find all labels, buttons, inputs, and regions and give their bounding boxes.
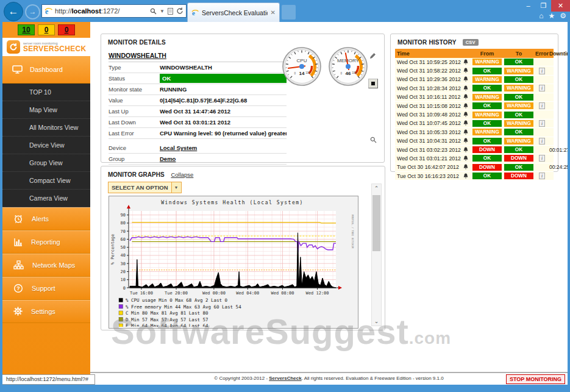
copyright-text: © Copyright 2003-2012 - ServersCheck. Al…: [90, 376, 568, 381]
sidebar-item-settings[interactable]: Settings: [2, 300, 90, 323]
favorites-star-icon[interactable]: ★: [548, 12, 555, 20]
tab-close-icon[interactable]: ✕: [271, 9, 276, 16]
cpu-gauge: 0100CPU14: [282, 46, 322, 87]
detail-value: CPU Warning level: 90 (returned value) g…: [160, 130, 287, 137]
detail-row: DeviceLocal System: [109, 143, 287, 154]
history-column-header: Time: [395, 51, 471, 57]
minimize-button[interactable]: –: [521, 0, 536, 12]
error-info-icon[interactable]: i: [539, 102, 545, 109]
forward-button[interactable]: →: [25, 4, 40, 20]
sidebar-item-all-monitors-view[interactable]: All Monitors View: [2, 119, 90, 137]
brand-logo[interactable]: server room monitoring SERVERSCHECK: [2, 38, 90, 56]
refresh-icon[interactable]: [176, 7, 183, 15]
error-info-icon[interactable]: i: [539, 68, 545, 74]
detail-value: RUNNING: [160, 86, 287, 93]
home-icon[interactable]: ⌂: [539, 12, 543, 20]
panel-title: MONITOR HISTORYCSV: [397, 39, 558, 46]
status-counter[interactable]: 10: [18, 24, 35, 35]
status-badge: DOWN: [504, 155, 533, 162]
detail-row: GroupDemo: [109, 154, 287, 165]
svg-text:20: 20: [121, 269, 126, 274]
sidebar-item-top-10[interactable]: TOP 10: [2, 84, 90, 101]
status-badge: OK: [472, 120, 502, 127]
sidebar-item-map-view[interactable]: Map View: [2, 101, 90, 119]
scroll-down-icon[interactable]: ⌄: [372, 317, 381, 326]
close-button[interactable]: ✕: [551, 0, 570, 12]
monitor-name-link[interactable]: WINDOWSHEALTH: [109, 50, 287, 62]
history-row: Wed Oct 31 10:58:22 2012OKWARNINGi: [395, 66, 554, 75]
compatibility-view-icon[interactable]: [168, 8, 173, 15]
magnifier-icon[interactable]: [370, 137, 377, 143]
history-row: Wed Oct 31 10:28:34 2012OKWARNINGi: [395, 84, 554, 93]
sidebar-item-device-view[interactable]: Device View: [2, 137, 90, 154]
detail-value[interactable]: Local System: [160, 144, 287, 151]
detail-value: Wed Oct 31 03:01:21 2012: [160, 119, 287, 126]
monitor-icon: [12, 65, 23, 74]
status-badge: OK: [504, 76, 533, 83]
new-tab-button[interactable]: [282, 5, 296, 20]
history-row: Wed Oct 31 03:02:23 2012DOWNOK00:01:27: [395, 146, 554, 154]
bell-icon: [463, 76, 471, 82]
detail-value[interactable]: Demo: [160, 155, 287, 162]
status-badge: OK: [504, 59, 533, 65]
error-info-icon[interactable]: i: [539, 138, 545, 144]
maximize-button[interactable]: ❐: [536, 0, 551, 12]
history-row: Wed Oct 31 10:16:11 2012WARNINGOK: [395, 93, 554, 102]
svg-text:0: 0: [123, 286, 126, 291]
search-icon[interactable]: [150, 8, 157, 15]
browser-tab[interactable]: e ServersCheck Evaluation & ... ✕: [187, 2, 280, 22]
edit-pencil-icon[interactable]: [369, 52, 376, 59]
settings-gear-icon[interactable]: ⚙: [560, 12, 566, 20]
bell-icon: [463, 155, 471, 162]
sidebar-item-reporting[interactable]: Reporting: [2, 230, 90, 254]
sidebar-item-compact-view[interactable]: Compact View: [2, 172, 90, 190]
error-info-icon[interactable]: i: [539, 120, 545, 127]
error-info-icon[interactable]: i: [539, 85, 545, 91]
graph-option-select[interactable]: SELECT AN OPTION ▼: [108, 182, 182, 193]
stop-monitor-button[interactable]: [368, 79, 378, 88]
sidebar-item-camera-view[interactable]: Camera View: [2, 190, 90, 207]
bell-icon: [463, 103, 471, 109]
history-time: Wed Oct 31 10:05:33 2012: [395, 129, 463, 135]
sidebar-item-support[interactable]: ?Support: [2, 277, 90, 300]
status-badge: WARNING: [504, 68, 533, 74]
sidebar-item-dashboard[interactable]: Dashboard: [2, 56, 90, 84]
history-table: TimeFromToErrorDowntime Wed Oct 31 10:59…: [395, 49, 554, 180]
search-dropdown-icon[interactable]: ▼: [160, 9, 165, 14]
status-badge: OK: [504, 94, 533, 101]
address-bar[interactable]: e http://localhost:1272/ ▼: [41, 4, 187, 18]
scroll-up-icon[interactable]: ⌃: [372, 184, 381, 193]
back-button[interactable]: ←: [4, 2, 23, 21]
svg-text:MEMORY: MEMORY: [337, 58, 360, 63]
browser-window: ← → e http://localhost:1272/ ▼ e Servers…: [0, 0, 570, 392]
history-row: Wed Oct 31 10:15:08 2012OKWARNINGi: [395, 102, 554, 110]
sidebar-item-group-view[interactable]: Group View: [2, 154, 90, 172]
downtime-value: 00:01:27: [549, 147, 568, 153]
history-row: Wed Oct 31 10:09:48 2012WARNINGOK: [395, 110, 554, 119]
detail-value: WINDOWSHEALTH: [160, 64, 287, 71]
svg-text:14: 14: [299, 71, 305, 76]
stop-monitoring-button[interactable]: STOP MONITORING: [506, 374, 565, 384]
sidebar-item-alerts[interactable]: Alerts: [2, 207, 90, 230]
status-bar-link: http://localhost:1272/menu.html?#: [2, 374, 95, 385]
error-info-icon[interactable]: i: [539, 155, 545, 162]
detail-row: Monitor stateRUNNING: [109, 84, 287, 95]
collapse-link[interactable]: Collapse: [171, 171, 193, 178]
status-badge: WARNING: [472, 112, 502, 118]
detail-label: Monitor state: [109, 86, 160, 93]
error-info-icon[interactable]: i: [539, 173, 545, 179]
serverscheck-logo-icon: [7, 40, 20, 54]
bell-icon: [463, 85, 471, 91]
sidebar-item-network-maps[interactable]: Network Maps: [2, 254, 90, 277]
network-icon: [13, 260, 24, 269]
svg-text:% Percentage: % Percentage: [110, 234, 115, 265]
scrollbar-thumb[interactable]: [372, 195, 380, 251]
graph-scrollbar[interactable]: ⌃ ⌄: [371, 184, 382, 326]
url-text[interactable]: http://localhost:1272/: [55, 7, 119, 15]
bell-icon: [463, 138, 471, 144]
csv-button[interactable]: CSV: [463, 39, 479, 46]
status-counter[interactable]: 0: [58, 24, 75, 35]
status-badge: WARNING: [504, 85, 533, 91]
status-counter[interactable]: 0: [38, 24, 55, 35]
serverscheck-link[interactable]: ServersCheck: [269, 376, 301, 381]
